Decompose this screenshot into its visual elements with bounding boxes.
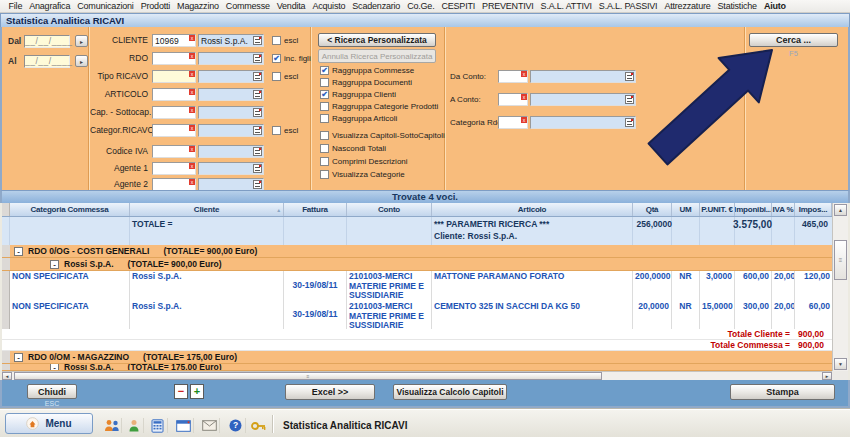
window-icon[interactable] (174, 418, 194, 433)
categor-ricavo-escl-checkbox[interactable]: escl (272, 126, 298, 135)
clear-x-icon[interactable] (189, 53, 195, 59)
collapse-icon[interactable] (14, 247, 23, 256)
clear-x-icon[interactable] (521, 71, 527, 77)
lookup-icon[interactable] (253, 164, 262, 173)
date-from-picker-icon[interactable]: ▸ (75, 35, 88, 47)
clear-x-icon[interactable] (521, 117, 527, 123)
menu-item-cespiti[interactable]: CESPITI (438, 1, 479, 11)
menu-item-sal-attivi[interactable]: S.A.L. ATTIVI (537, 1, 595, 11)
lookup-icon[interactable] (253, 72, 262, 81)
raggruppa-documenti-checkbox[interactable]: Raggruppa Documenti (320, 77, 412, 88)
collapse-all-button[interactable]: − (174, 384, 188, 399)
menu-item-comunicazioni[interactable]: Comunicazioni (74, 1, 137, 11)
clear-x-icon[interactable] (521, 94, 527, 100)
lookup-icon[interactable] (253, 126, 262, 135)
categoria-rdo-code-input[interactable] (498, 116, 528, 129)
rdo-desc-field[interactable] (198, 52, 264, 65)
date-from-input[interactable]: __/__/____ (24, 35, 70, 48)
checkbox-box[interactable] (320, 131, 329, 140)
scroll-right-icon[interactable] (822, 372, 832, 380)
visualizza-calcolo-capitoli-button[interactable]: Visualizza Calcolo Capitoli (393, 384, 507, 400)
annulla-ricerca-personalizzata-button[interactable]: Annulla Ricerca Personalizzata (318, 49, 436, 63)
lookup-icon[interactable] (253, 90, 262, 99)
visualizza-capitoli-checkbox[interactable]: Visualizza Capitoli-SottoCapitoli (320, 130, 445, 141)
col-imposta[interactable]: Impos... (795, 203, 832, 216)
cap-sottocap-code-input[interactable] (152, 106, 196, 119)
checkbox-box[interactable] (272, 126, 281, 135)
raggruppa-categorie-prodotti-checkbox[interactable]: Raggruppa Categorie Prodotti (320, 101, 438, 112)
tipo-ricavo-desc-field[interactable] (198, 70, 264, 83)
nascondi-totali-checkbox[interactable]: Nascondi Totali (320, 143, 386, 154)
menu-item-commesse[interactable]: Commesse (222, 1, 273, 11)
scroll-up-icon[interactable] (834, 204, 847, 216)
clear-x-icon[interactable] (189, 163, 195, 169)
stampa-button[interactable]: Stampa (730, 384, 835, 400)
collapse-icon[interactable] (50, 260, 59, 269)
menu-item-file[interactable]: File (5, 1, 26, 11)
rdo-code-input[interactable] (152, 52, 196, 65)
checkbox-box[interactable] (272, 36, 281, 45)
excel-export-button[interactable]: Excel >> (285, 384, 375, 400)
menu-item-prodotti[interactable]: Prodotti (137, 1, 173, 11)
cliente-desc-field[interactable]: Rossi S.p.A. (198, 34, 264, 47)
col-iva[interactable]: IVA % (772, 203, 795, 216)
expand-all-button[interactable]: + (190, 384, 204, 399)
clear-x-icon[interactable] (189, 179, 195, 185)
lookup-icon[interactable] (253, 54, 262, 63)
group-row-cliente-rossi-2[interactable]: Rossi S.p.A. (TOTALE= 175,00 Euro) (2, 364, 832, 371)
checkbox-box[interactable] (272, 72, 281, 81)
clear-x-icon[interactable] (189, 71, 195, 77)
scroll-left-icon[interactable] (2, 372, 12, 380)
tipo-ricavo-escl-checkbox[interactable]: escl (272, 72, 298, 81)
col-cliente[interactable]: Cliente (130, 203, 284, 216)
rdo-inc-figli-checkbox[interactable]: ✔inc. figli (272, 54, 311, 63)
vertical-scroll-thumb[interactable] (834, 240, 847, 280)
a-conto-code-input[interactable] (498, 93, 528, 106)
col-punit[interactable]: P.UNIT. € (700, 203, 735, 216)
menu-item-attrezzature[interactable]: Attrezzature (661, 1, 714, 11)
col-articolo[interactable]: Articolo (432, 203, 633, 216)
table-row[interactable]: NON SPECIFICATA Rossi S.p.A. 30-19/08/11… (2, 301, 832, 329)
menu-item-sal-passivi[interactable]: S.A.L. PASSIVI (595, 1, 661, 11)
da-conto-code-input[interactable] (498, 70, 528, 83)
agente-1-code-input[interactable] (152, 162, 196, 175)
date-to-input[interactable]: __/__/____ (24, 55, 70, 68)
menu-item-coge[interactable]: Co.Ge. (404, 1, 438, 11)
help-icon[interactable]: ? (226, 418, 246, 433)
menu-item-statistiche[interactable]: Statistiche (714, 1, 760, 11)
date-to-picker-icon[interactable]: ▸ (75, 55, 88, 67)
clear-x-icon[interactable] (189, 146, 195, 152)
cap-sottocap-desc-field[interactable] (198, 106, 264, 119)
collapse-icon[interactable] (14, 353, 23, 362)
users-icon[interactable] (102, 418, 122, 433)
lookup-icon[interactable] (253, 108, 262, 117)
col-categoria-commessa[interactable]: Categoria Commessa (10, 203, 130, 216)
menu-item-scadenzario[interactable]: Scadenzario (349, 1, 404, 11)
horizontal-scroll-thumb[interactable] (14, 372, 602, 380)
tipo-ricavo-code-input[interactable] (152, 70, 196, 83)
cliente-escl-checkbox[interactable]: escl (272, 36, 298, 45)
checkbox-box[interactable]: ✔ (320, 66, 329, 75)
categor-ricavo-desc-field[interactable] (198, 124, 264, 137)
col-qta[interactable]: Qtà (633, 203, 672, 216)
checkbox-box[interactable] (320, 170, 329, 179)
checkbox-box[interactable]: ✔ (320, 90, 329, 99)
lookup-icon[interactable] (253, 36, 262, 45)
checkbox-box[interactable] (320, 78, 329, 87)
checkbox-box[interactable] (320, 157, 329, 166)
menu-item-preventivi[interactable]: PREVENTIVI (479, 1, 538, 11)
col-um[interactable]: UM (672, 203, 700, 216)
raggruppa-commesse-checkbox[interactable]: ✔Raggruppa Commesse (320, 65, 414, 76)
raggruppa-articoli-checkbox[interactable]: Raggruppa Articoli (320, 113, 397, 124)
clear-x-icon[interactable] (189, 89, 195, 95)
checkbox-box[interactable] (320, 102, 329, 111)
col-fattura[interactable]: Fattura (284, 203, 347, 216)
articolo-desc-field[interactable] (198, 88, 264, 101)
col-imponibile[interactable]: Imponibi... (735, 203, 772, 216)
group-row-cliente-rossi[interactable]: Rossi S.p.A. (TOTALE= 900,00 Euro) (2, 258, 832, 271)
menu-item-aiuto[interactable]: Aiuto (760, 1, 789, 11)
menu-item-vendita[interactable]: Vendita (273, 1, 309, 11)
chiudi-button[interactable]: Chiudi (27, 384, 77, 399)
menu-item-acquisto[interactable]: Acquisto (309, 1, 349, 11)
cliente-code-input[interactable]: 10969 (152, 34, 196, 47)
